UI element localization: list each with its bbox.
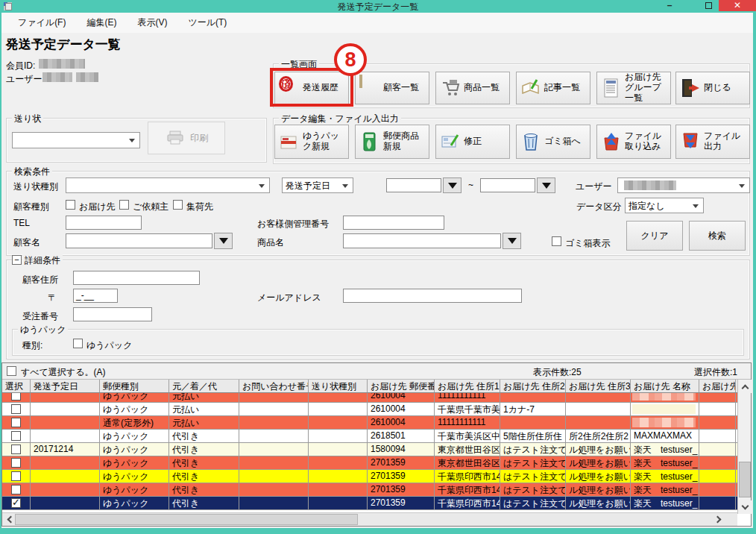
customer-list-button[interactable]: 顧客一覧 <box>355 72 429 104</box>
date-to-input[interactable] <box>480 178 535 192</box>
cell-extra[interactable] <box>699 430 736 442</box>
tel-input[interactable] <box>66 216 142 230</box>
cell-addr1[interactable]: 東京都世田谷区 <box>435 456 500 469</box>
select-cell[interactable] <box>2 443 31 456</box>
cell-addr1[interactable]: 千葉県印西市14 <box>435 497 500 509</box>
customer-name-dropdown-button[interactable] <box>214 233 233 249</box>
cell-extra[interactable] <box>699 403 736 415</box>
cell-postal[interactable]: 2701359 <box>368 497 435 509</box>
cell-addr2[interactable] <box>500 416 566 429</box>
cell-addr1[interactable]: 東京都世田谷区 <box>435 443 500 456</box>
table-row[interactable]: ゆうパック代引き2618501千葉市美浜区中5階住所住所住所2住所2住所2MAX… <box>2 430 737 443</box>
cell-extra[interactable] <box>699 393 736 402</box>
cell-postal[interactable]: 2610004 <box>368 393 435 402</box>
row-checkbox[interactable] <box>11 471 21 481</box>
cell-addr2[interactable]: はテスト注文です <box>500 497 566 509</box>
cell-invoice_type[interactable] <box>309 443 368 456</box>
product-name-dropdown-button[interactable] <box>503 233 521 249</box>
table-row[interactable]: ゆうパック元払い2610004千葉県千葉市美1カナ-7 <box>2 403 737 416</box>
cell-addr2[interactable]: はテスト注文です <box>500 483 566 496</box>
column-header[interactable]: お届け先 住所2 <box>500 380 566 392</box>
cell-payment[interactable]: 代引き <box>169 443 239 456</box>
select-cell[interactable] <box>2 430 31 442</box>
customer-mgmt-input[interactable] <box>343 216 444 230</box>
cell-name[interactable] <box>631 393 699 402</box>
table-row[interactable]: 20171214ゆうパック代引き1580094東京都世田谷区はテスト注文ですル処… <box>2 443 737 456</box>
cell-invoice_type[interactable] <box>309 393 368 402</box>
cell-extra[interactable] <box>699 483 736 496</box>
select-cell[interactable] <box>2 403 31 415</box>
cell-addr2[interactable]: 1カナ-7 <box>500 403 566 415</box>
cell-name[interactable]: 楽天 testuser_ <box>631 443 699 456</box>
cell-invoice_type[interactable] <box>309 403 368 415</box>
column-header[interactable]: 郵便種別 <box>100 380 169 392</box>
column-header[interactable]: 送り状種別 <box>309 380 368 392</box>
row-checkbox-checked[interactable] <box>11 498 21 508</box>
cell-type[interactable]: ゆうパック <box>100 456 169 469</box>
cell-addr1[interactable]: 千葉県印西市14 <box>435 483 500 496</box>
email-input[interactable] <box>343 289 522 303</box>
cell-date[interactable] <box>31 497 100 509</box>
edit-button[interactable]: 修正 <box>435 125 510 159</box>
cell-date[interactable] <box>31 470 100 483</box>
row-checkbox[interactable] <box>11 404 21 414</box>
pickup-checkbox[interactable] <box>173 200 183 210</box>
cell-payment[interactable]: 代引き <box>169 470 239 483</box>
invoice-combo[interactable] <box>12 132 140 148</box>
cell-inquiry[interactable] <box>239 497 309 509</box>
cell-name[interactable]: 楽天 testuser_ <box>631 497 699 509</box>
cell-date[interactable] <box>31 456 100 469</box>
product-list-button[interactable]: 商品一覧 <box>435 72 510 104</box>
close-screen-button[interactable]: 閉じる <box>675 72 750 104</box>
scroll-down-button[interactable] <box>738 500 752 514</box>
cell-type[interactable]: ゆうパック <box>100 393 169 402</box>
cell-postal[interactable]: 2618501 <box>368 430 435 442</box>
cell-addr2[interactable]: はテスト注文です <box>500 443 566 456</box>
column-header[interactable]: お届け先 名称 <box>631 380 699 392</box>
detail-collapse-toggle[interactable]: − <box>12 255 22 265</box>
postal-product-new-button[interactable]: 郵便商品新規 <box>355 125 429 159</box>
close-button[interactable]: ✕ <box>719 0 756 11</box>
column-header[interactable]: 元／着／代 <box>169 380 239 392</box>
cell-name[interactable]: 楽天 testuser_ <box>631 470 699 483</box>
yupack-checkbox[interactable] <box>73 339 83 348</box>
scroll-left-button[interactable] <box>2 513 16 526</box>
cell-payment[interactable]: 代引き <box>169 430 239 442</box>
cell-payment[interactable]: 代引き <box>169 483 239 496</box>
cell-postal[interactable]: 2610004 <box>368 403 435 415</box>
cell-addr3[interactable]: ル処理をお願いし <box>566 497 631 509</box>
cell-addr3[interactable]: ル処理をお願いし <box>566 443 631 456</box>
cell-invoice_type[interactable] <box>309 483 368 496</box>
cell-date[interactable] <box>31 403 100 415</box>
cell-date[interactable] <box>31 430 100 442</box>
cell-type[interactable]: ゆうパック <box>100 403 169 415</box>
column-header[interactable]: お届け先 郵便番号 <box>368 380 435 392</box>
menu-edit[interactable]: 編集(E) <box>76 16 127 29</box>
table-row[interactable]: ゆうパック元払い261000411111111111 <box>2 393 737 403</box>
cell-addr3[interactable]: ル処理をお願いし <box>566 483 631 496</box>
select-all-checkbox[interactable] <box>7 366 16 376</box>
column-header[interactable]: 発送予定日 <box>31 380 100 392</box>
cell-invoice_type[interactable] <box>309 497 368 509</box>
cell-addr2[interactable] <box>500 393 566 402</box>
cell-name[interactable]: 楽天 testuser_ <box>631 456 699 469</box>
print-button[interactable]: 印刷 <box>148 122 225 154</box>
cell-date[interactable] <box>31 393 100 402</box>
cell-payment[interactable]: 代引き <box>169 497 239 509</box>
cell-invoice_type[interactable] <box>309 430 368 442</box>
cell-name[interactable] <box>631 403 699 415</box>
cell-extra[interactable] <box>699 443 736 456</box>
cell-postal[interactable]: 2701359 <box>368 483 435 496</box>
cell-inquiry[interactable] <box>239 403 309 415</box>
cell-addr3[interactable]: ル処理をお願いし <box>566 470 631 483</box>
cell-inquiry[interactable] <box>239 443 309 456</box>
table-row[interactable]: ゆうパック代引き2701359千葉県印西市14はテスト注文ですル処理をお願いし楽… <box>2 497 737 510</box>
cell-addr1[interactable]: 11111111111 <box>435 416 500 429</box>
table-row[interactable]: ゆうパック代引き2701359千葉県印西市14はテスト注文ですル処理をお願いし楽… <box>2 483 737 497</box>
table-row[interactable]: ゆうパック代引き2701359千葉県印西市14はテスト注文ですル処理をお願いし楽… <box>2 470 737 483</box>
menu-view[interactable]: 表示(V) <box>127 16 177 29</box>
select-cell[interactable] <box>2 470 31 483</box>
vertical-scrollbar[interactable] <box>737 380 751 514</box>
select-cell[interactable] <box>2 483 31 496</box>
table-row[interactable]: ゆうパック代引き2701359東京都世田谷区はテスト注文ですル処理をお願いし楽天… <box>2 456 737 470</box>
